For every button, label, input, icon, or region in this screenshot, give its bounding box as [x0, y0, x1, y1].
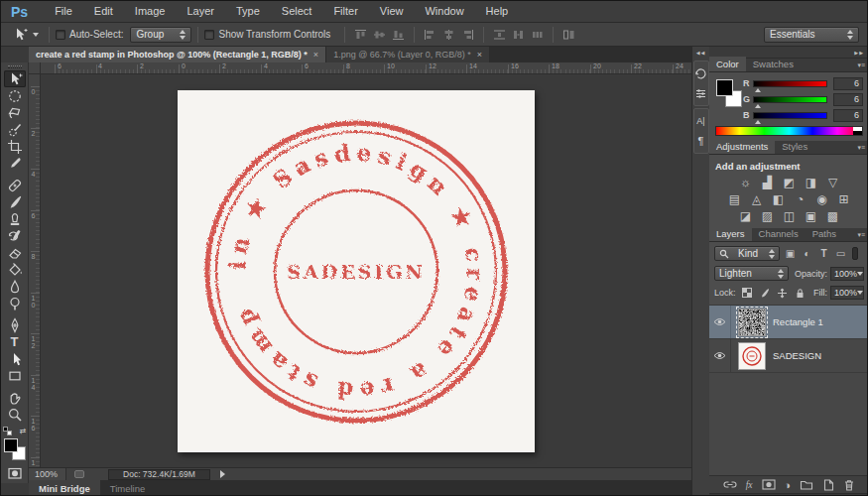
invert-icon[interactable]: ◪ — [738, 209, 753, 223]
horizontal-type-tool[interactable]: T — [4, 333, 26, 350]
align-vertical-centers-icon[interactable] — [373, 29, 386, 41]
tab-mini-bridge[interactable]: Mini Bridge — [29, 480, 100, 496]
foreground-color-swatch[interactable] — [4, 438, 18, 452]
distribute-widths-icon[interactable] — [562, 29, 575, 41]
vibrance-icon[interactable]: ▽ — [825, 176, 840, 189]
menu-help[interactable]: Help — [475, 1, 520, 22]
photo-filter-icon[interactable]: ◔ — [793, 192, 807, 206]
layer-visibility-toggle[interactable] — [709, 306, 731, 338]
panel-menu-icon[interactable]: ▾≡ — [857, 231, 865, 239]
paragraph-panel-icon[interactable]: ¶ — [694, 131, 708, 151]
status-options-arrow-icon[interactable] — [220, 470, 225, 478]
exposure-icon[interactable]: ◨ — [804, 176, 818, 189]
dodge-tool[interactable] — [4, 295, 26, 311]
new-adjustment-layer-icon[interactable]: ◑ — [785, 478, 792, 492]
color-spectrum-ramp[interactable] — [715, 126, 863, 136]
collapse-panels-icon[interactable]: ◀◀ — [696, 47, 706, 59]
lock-position-icon[interactable] — [777, 287, 789, 299]
color-balance-icon[interactable]: ◬ — [749, 192, 764, 206]
lock-transparency-icon[interactable] — [741, 287, 753, 299]
auto-select-checkbox[interactable] — [56, 30, 65, 40]
clone-stamp-tool[interactable] — [4, 210, 26, 227]
opacity-field[interactable]: 100% — [830, 267, 864, 281]
polygonal-lasso-tool[interactable] — [4, 104, 26, 121]
tool-preset-move-icon[interactable] — [7, 26, 33, 43]
spot-healing-brush-tool[interactable] — [4, 177, 26, 193]
tab-layers[interactable]: Layers — [709, 226, 752, 241]
black-and-white-icon[interactable]: ◧ — [771, 192, 786, 206]
color-lookup-icon[interactable]: ⊞ — [836, 192, 851, 206]
layer-thumbnail[interactable] — [738, 342, 766, 370]
workspace-switcher-dropdown[interactable]: Essentials — [764, 27, 859, 43]
quick-selection-tool[interactable] — [4, 121, 26, 138]
brightness-contrast-icon[interactable]: ☼ — [738, 176, 753, 189]
zoom-level-field[interactable]: 100% — [29, 468, 66, 480]
swap-colors-icon[interactable]: ⇄ — [20, 428, 27, 435]
link-layers-icon[interactable] — [723, 478, 737, 492]
history-panel-icon[interactable] — [694, 63, 708, 83]
distribute-top-edges-icon[interactable] — [493, 29, 506, 41]
green-slider[interactable] — [753, 96, 827, 103]
path-selection-tool[interactable] — [4, 350, 26, 367]
history-brush-tool[interactable] — [4, 227, 26, 244]
menu-filter[interactable]: Filter — [322, 1, 368, 22]
move-tool[interactable] — [4, 70, 26, 87]
layer-row-rectangle-1[interactable]: Rectangle 1 — [709, 306, 868, 339]
auto-select-target-dropdown[interactable]: Group — [130, 27, 191, 43]
align-horizontal-centers-icon[interactable] — [442, 29, 455, 41]
layer-name[interactable]: Rectangle 1 — [773, 316, 823, 327]
rectangle-tool[interactable] — [4, 367, 26, 384]
layer-filtering-toggle[interactable] — [852, 247, 858, 260]
layer-thumbnail[interactable] — [738, 309, 766, 336]
ruler-origin-corner[interactable] — [29, 62, 41, 74]
new-group-icon[interactable] — [800, 478, 813, 492]
layer-style-fx-button[interactable]: fx — [746, 478, 753, 492]
close-tab-icon[interactable]: × — [313, 50, 318, 60]
layer-filter-kind-dropdown[interactable]: Kind — [714, 246, 780, 261]
document-tab-active[interactable]: create a red stamp in Photoshop @ 100% (… — [29, 47, 325, 62]
blue-value-field[interactable]: 6 — [833, 109, 863, 122]
layer-name[interactable]: SADESIGN — [773, 350, 821, 361]
layer-row-sadesign[interactable]: SADESIGN — [709, 339, 868, 373]
blend-mode-dropdown[interactable]: Lighten — [714, 266, 789, 281]
fill-field[interactable]: 100% — [830, 286, 864, 300]
status-scrub-icon[interactable] — [74, 470, 84, 478]
foreground-color-swatch[interactable] — [716, 79, 733, 96]
filter-type-layers-icon[interactable]: T — [817, 247, 830, 260]
panel-menu-icon[interactable]: ▾≡ — [857, 144, 865, 152]
delete-layer-icon[interactable] — [843, 478, 855, 492]
align-bottom-edges-icon[interactable] — [392, 29, 405, 41]
gradient-tool[interactable] — [4, 261, 26, 278]
eraser-tool[interactable] — [4, 244, 26, 261]
menu-view[interactable]: View — [369, 1, 415, 22]
menu-type[interactable]: Type — [225, 1, 271, 22]
gradient-map-icon[interactable]: ▩ — [825, 209, 840, 223]
slider-thumb[interactable] — [755, 88, 761, 92]
blur-tool[interactable] — [4, 278, 26, 295]
green-value-field[interactable]: 6 — [833, 93, 863, 106]
threshold-icon[interactable]: ◫ — [782, 209, 797, 223]
filter-shape-layers-icon[interactable]: ▭ — [834, 247, 847, 260]
selective-color-icon[interactable]: ▣ — [804, 209, 818, 223]
menu-edit[interactable]: Edit — [83, 1, 124, 22]
default-colors-icon[interactable] — [3, 427, 12, 435]
layer-visibility-toggle[interactable] — [709, 339, 731, 372]
blue-slider[interactable] — [753, 112, 827, 119]
horizontal-ruler[interactable]: 6 4 2 0 2 4 6 8 10 12 14 16 18 20 22 24 — [41, 62, 691, 74]
channel-mixer-icon[interactable]: ◉ — [814, 192, 829, 206]
elliptical-marquee-tool[interactable] — [4, 87, 26, 104]
menu-image[interactable]: Image — [124, 1, 177, 22]
quick-mask-mode-button[interactable] — [4, 464, 26, 481]
document-tab-inactive[interactable]: 1.png @ 66.7% (Layer 0, RGB/8) * × — [325, 47, 489, 62]
tab-swatches[interactable]: Swatches — [746, 57, 801, 71]
lock-all-icon[interactable] — [795, 287, 806, 299]
align-top-edges-icon[interactable] — [354, 29, 367, 41]
document-canvas[interactable]: in ★ Sasdesign ★ create a red stamp SADE… — [178, 90, 535, 452]
panel-menu-icon[interactable]: ▾≡ — [857, 62, 865, 69]
canvas-viewport[interactable]: in ★ Sasdesign ★ create a red stamp SADE… — [41, 74, 691, 467]
filter-pixel-layers-icon[interactable]: ▣ — [784, 247, 797, 260]
pen-tool[interactable] — [4, 316, 26, 333]
character-panel-icon[interactable]: A| — [694, 111, 708, 131]
expand-panels-icon[interactable]: ▶▶ — [854, 47, 864, 59]
ramp-white-black-chips[interactable] — [853, 127, 862, 135]
